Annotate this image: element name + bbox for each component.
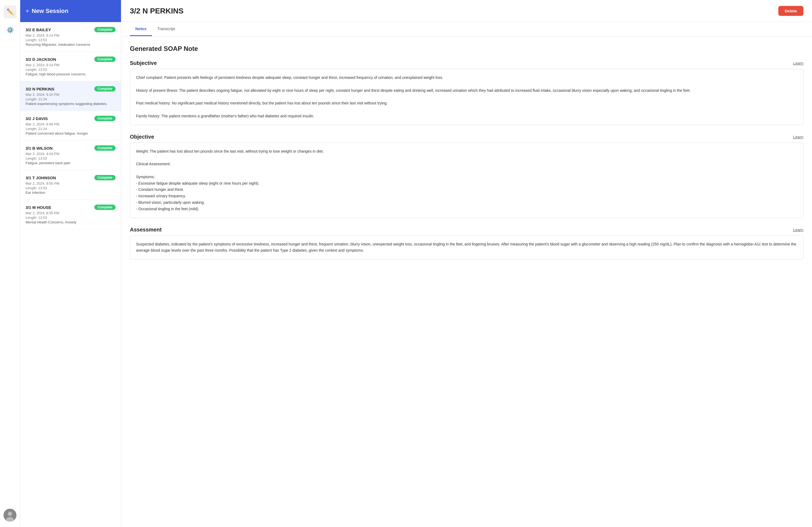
- session-length: Length: 13:53: [26, 215, 116, 220]
- learn-button-objective[interactable]: Learn: [793, 135, 803, 139]
- soap-subjective-title: Subjective: [130, 60, 157, 66]
- soap-body: Generated SOAP Note Subjective Learn Chi…: [121, 36, 812, 527]
- session-name: 3/2 D JACKSON: [26, 57, 56, 62]
- session-date: Mar 2, 2024, 9:04 PM: [26, 152, 116, 156]
- svg-point-1: [8, 512, 12, 516]
- soap-section-header-subjective: Subjective Learn: [130, 60, 803, 66]
- status-badge: Complete: [94, 205, 116, 210]
- soap-assessment-content: Suspected diabetes, indicated by the pat…: [130, 236, 803, 260]
- gear-icon: ⚙️: [6, 27, 14, 34]
- session-item-perkins[interactable]: 3/2 N PERKINS Complete Mar 2, 2024, 9:10…: [20, 81, 121, 111]
- session-date: Mar 2, 2024, 8:55 PM: [26, 211, 116, 215]
- soap-title: Generated SOAP Note: [130, 45, 803, 52]
- learn-button-assessment[interactable]: Learn: [793, 227, 803, 232]
- soap-subjective-content: Chief complaint: Patient presents with f…: [130, 69, 803, 125]
- session-name: 3/1 M HOUSE: [26, 205, 51, 210]
- session-item-bailey[interactable]: 3/2 E BAILEY Complete Mar 2, 2024, 9:14 …: [20, 22, 121, 52]
- avatar[interactable]: [3, 509, 16, 522]
- soap-section-header-objective: Objective Learn: [130, 134, 803, 140]
- session-date: Mar 2, 2024, 9:06 PM: [26, 122, 116, 126]
- main-content: 3/2 N PERKINS Delete Notes Transcript Ge…: [121, 0, 812, 527]
- session-description: Ear Infection: [26, 191, 116, 195]
- session-length: Length: 13:53: [26, 186, 116, 190]
- session-description: Recurring Migranes, medication concerns: [26, 43, 116, 47]
- status-badge: Complete: [94, 145, 116, 151]
- page-title: 3/2 N PERKINS: [130, 7, 184, 15]
- settings-icon-button[interactable]: ⚙️: [3, 24, 16, 36]
- session-item-wilson[interactable]: 3/1 B WILSON Complete Mar 2, 2024, 9:04 …: [20, 140, 121, 170]
- session-description: Patient concerned about fatigue, hunger.: [26, 131, 116, 135]
- edit-icon: ✏️: [6, 8, 14, 15]
- session-date: Mar 2, 2024, 9:14 PM: [26, 33, 116, 37]
- main-header: 3/2 N PERKINS Delete: [121, 0, 812, 22]
- session-date: Mar 2, 2024, 9:10 PM: [26, 93, 116, 96]
- status-badge: Complete: [94, 116, 116, 121]
- session-name: 3/1 B WILSON: [26, 146, 53, 150]
- soap-section-header-assessment: Assessment Learn: [130, 227, 803, 233]
- status-badge: Complete: [94, 57, 116, 62]
- tab-transcript[interactable]: Transcript: [152, 22, 180, 36]
- status-badge: Complete: [94, 27, 116, 32]
- soap-objective-title: Objective: [130, 134, 154, 140]
- session-date: Mar 2, 2024, 9:00 PM: [26, 181, 116, 185]
- session-item-johnson[interactable]: 3/1 T JOHNSON Complete Mar 2, 2024, 9:00…: [20, 170, 121, 200]
- session-description: Fatigue, persistent back pain: [26, 161, 116, 165]
- session-name: 3/2 J DAVIS: [26, 116, 48, 121]
- tab-bar: Notes Transcript: [121, 22, 812, 36]
- session-item-davis[interactable]: 3/2 J DAVIS Complete Mar 2, 2024, 9:06 P…: [20, 111, 121, 140]
- session-item-jackson[interactable]: 3/2 D JACKSON Complete Mar 2, 2024, 9:14…: [20, 52, 121, 81]
- session-length: Length: 13:53: [26, 156, 116, 161]
- session-description: Mental Health Concerns, Anxiety: [26, 220, 116, 224]
- session-length: Length: 13:53: [26, 67, 116, 72]
- delete-button[interactable]: Delete: [778, 6, 803, 16]
- session-name: 3/1 T JOHNSON: [26, 176, 56, 180]
- new-session-label: New Session: [32, 7, 69, 15]
- soap-objective-content: Weight: The patient has lost about ten p…: [130, 142, 803, 218]
- status-badge: Complete: [94, 86, 116, 91]
- status-badge: Complete: [94, 175, 116, 180]
- soap-section-subjective: Subjective Learn Chief complaint: Patien…: [130, 60, 803, 125]
- session-list: 3/2 E BAILEY Complete Mar 2, 2024, 9:14 …: [20, 22, 121, 527]
- session-description: Fatigue, high blood pressure concerns.: [26, 72, 116, 76]
- session-name: 3/2 E BAILEY: [26, 28, 51, 32]
- session-length: Length: 21:24: [26, 97, 116, 101]
- soap-section-assessment: Assessment Learn Suspected diabetes, ind…: [130, 227, 803, 260]
- soap-section-objective: Objective Learn Weight: The patient has …: [130, 134, 803, 218]
- learn-button-subjective[interactable]: Learn: [793, 61, 803, 65]
- soap-assessment-title: Assessment: [130, 227, 162, 233]
- session-length: Length: 21:24: [26, 127, 116, 131]
- session-date: Mar 2, 2024, 9:14 PM: [26, 63, 116, 67]
- icon-bar: ✏️ ⚙️: [0, 0, 20, 527]
- session-description: Patient experiencing symptoms suggesting…: [26, 102, 116, 106]
- edit-icon-button[interactable]: ✏️: [3, 5, 16, 18]
- session-name: 3/2 N PERKINS: [26, 87, 55, 91]
- tab-notes[interactable]: Notes: [130, 22, 152, 36]
- session-item-house[interactable]: 3/1 M HOUSE Complete Mar 2, 2024, 8:55 P…: [20, 200, 121, 229]
- plus-icon: +: [26, 7, 29, 15]
- session-length: Length: 13:53: [26, 38, 116, 42]
- new-session-button[interactable]: + New Session: [20, 0, 121, 22]
